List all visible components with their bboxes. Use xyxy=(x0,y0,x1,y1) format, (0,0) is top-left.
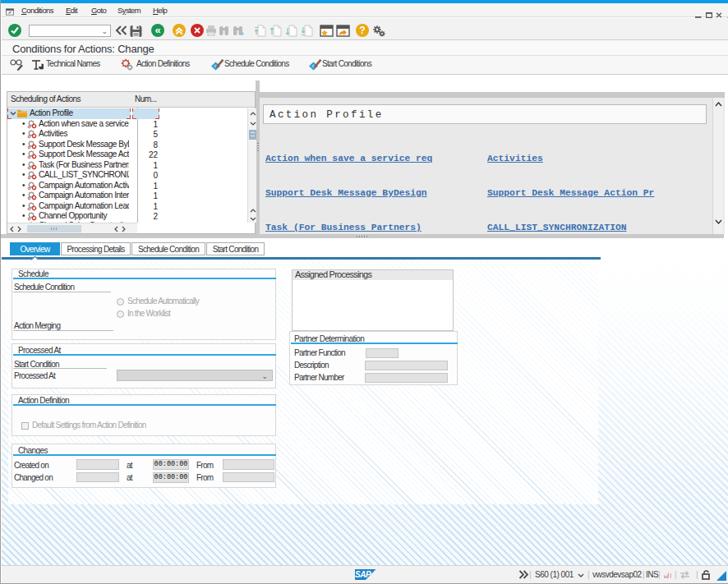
svg-text:SAP: SAP xyxy=(355,570,371,579)
